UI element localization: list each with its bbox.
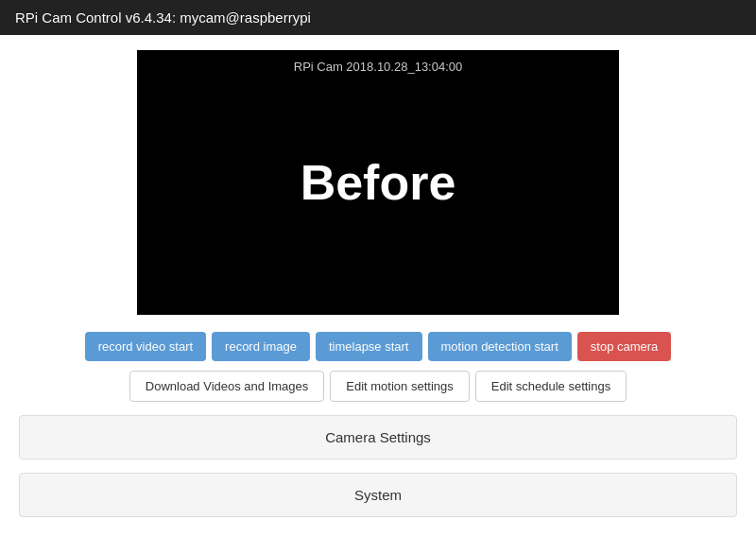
timelapse-start-button[interactable]: timelapse start [316, 332, 422, 361]
camera-status-text: Before [301, 154, 456, 211]
edit-schedule-settings-button[interactable]: Edit schedule settings [475, 371, 627, 402]
app-header: RPi Cam Control v6.4.34: mycam@raspberry… [0, 0, 756, 35]
record-video-start-button[interactable]: record video start [85, 332, 206, 361]
record-image-button[interactable]: record image [212, 332, 310, 361]
camera-settings-section[interactable]: Camera Settings [19, 415, 737, 459]
button-row-1: record video start record image timelaps… [85, 332, 672, 361]
button-row-2: Download Videos and Images Edit motion s… [129, 371, 627, 402]
camera-preview: RPi Cam 2018.10.28_13:04:00 Before [137, 50, 619, 315]
system-section[interactable]: System [19, 473, 737, 517]
app-title: RPi Cam Control v6.4.34: mycam@raspberry… [15, 9, 311, 26]
edit-motion-settings-button[interactable]: Edit motion settings [330, 371, 469, 402]
camera-timestamp: RPi Cam 2018.10.28_13:04:00 [294, 60, 463, 74]
main-content: RPi Cam 2018.10.28_13:04:00 Before recor… [0, 35, 756, 517]
motion-detection-start-button[interactable]: motion detection start [428, 332, 572, 361]
stop-camera-button[interactable]: stop camera [577, 332, 672, 361]
system-header[interactable]: System [20, 474, 736, 516]
download-videos-images-button[interactable]: Download Videos and Images [129, 371, 325, 402]
camera-settings-header[interactable]: Camera Settings [20, 416, 736, 459]
